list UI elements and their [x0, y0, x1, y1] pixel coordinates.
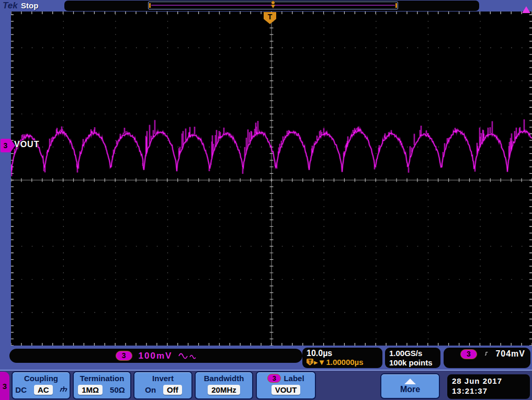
- trigger-delay-readout: T ▸▼ 1.00000µs: [307, 358, 382, 366]
- channel3-menu-tab: 3: [0, 372, 9, 400]
- waveform-plot: [11, 12, 532, 346]
- record-start-bracket: [149, 3, 151, 8]
- trigger-readout[interactable]: 3 704mV: [444, 348, 530, 368]
- sample-rate: 1.00GS/s: [389, 349, 440, 358]
- readout-bar: 3 100mV 10.0µs T ▸▼ 1.00000µs 1.00GS/s 1…: [0, 346, 532, 370]
- trigger-level-readout: 704mV: [495, 349, 525, 359]
- date-value: 28 Jun 2017: [452, 376, 530, 386]
- trigger-level-offscale-arrow-icon[interactable]: [522, 6, 530, 13]
- bandwidth-button[interactable]: Bandwidth 20MHz: [195, 371, 253, 399]
- channel3-reference-marker[interactable]: 3: [1, 139, 10, 152]
- waveform-label: VOUT: [14, 140, 39, 149]
- time-value: 13:21:37: [452, 386, 530, 396]
- timebase-readout[interactable]: 10.0µs T ▸▼ 1.00000µs: [302, 348, 382, 368]
- graticule-area: [11, 12, 532, 346]
- left-bezel-strip: [0, 12, 11, 346]
- acquisition-readout: 1.00GS/s 100k points: [385, 348, 440, 368]
- invert-on-option: On: [144, 385, 157, 395]
- oscilloscope-screen: Tek Stop T 3 VOUT 3 100mV: [0, 0, 532, 400]
- chevron-up-icon: [404, 379, 416, 384]
- acquisition-window-bar[interactable]: [148, 2, 398, 9]
- coupling-ac-option: AC: [34, 385, 53, 395]
- label-value: VOUT: [271, 385, 301, 395]
- datetime-readout: 28 Jun 2017 13:21:37: [447, 374, 530, 399]
- coupling-button[interactable]: Coupling DC AC: [12, 371, 71, 399]
- trigger-flag-icon: T: [307, 359, 313, 365]
- termination-button[interactable]: Termination 1MΩ 50Ω: [73, 371, 131, 399]
- invert-off-option: Off: [163, 385, 182, 395]
- invert-title: Invert: [134, 374, 191, 383]
- termination-50ohm-option: 50Ω: [109, 385, 126, 395]
- acquisition-readout-strip: [64, 1, 479, 11]
- tek-logo: Tek: [3, 1, 18, 11]
- label-button[interactable]: 3 Label VOUT: [256, 371, 316, 399]
- more-button[interactable]: More: [380, 373, 440, 399]
- bottom-menu-bar: 3 Coupling DC AC Termination 1MΩ 50Ω Inv…: [0, 370, 532, 400]
- coupling-dc-option: DC: [14, 385, 28, 395]
- rising-edge-icon: [484, 349, 488, 358]
- record-end-bracket: [395, 3, 397, 8]
- ac-ripple-icon: [178, 352, 196, 360]
- top-status-bar: Tek Stop: [0, 0, 532, 12]
- bandwidth-title: Bandwidth: [196, 374, 252, 383]
- coupling-title: Coupling: [13, 374, 70, 383]
- label-channel-badge: 3: [267, 374, 281, 383]
- invert-button[interactable]: Invert On Off: [133, 371, 193, 399]
- trigger-delay-value: 1.00000µs: [326, 358, 363, 366]
- delay-marker-icons: ▸▼: [314, 358, 325, 366]
- bandwidth-20mhz-option: 20MHz: [208, 385, 240, 395]
- termination-title: Termination: [74, 374, 130, 383]
- record-length: 100k points: [389, 358, 440, 368]
- timebase-scale: 10.0µs: [307, 349, 382, 358]
- termination-1mohm-option: 1MΩ: [78, 385, 103, 395]
- channel-readout[interactable]: 3 100mV: [9, 349, 302, 363]
- expansion-point-icon: [271, 1, 275, 10]
- channel-scale-readout: 100mV: [139, 351, 173, 361]
- label-title: 3 Label: [257, 374, 315, 383]
- chassis-ground-icon: [59, 386, 68, 394]
- trigger-source-badge: 3: [460, 349, 477, 359]
- channel3-badge: 3: [116, 351, 132, 361]
- acquisition-status: Stop: [21, 1, 38, 10]
